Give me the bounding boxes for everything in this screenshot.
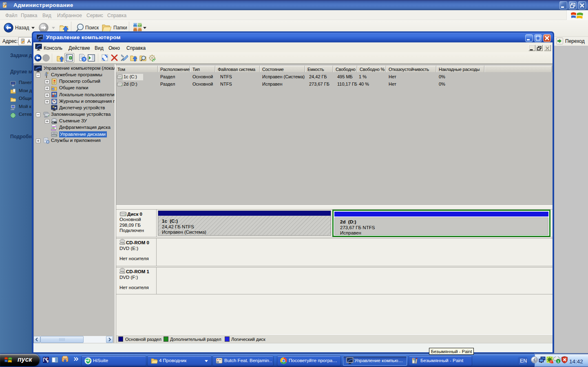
svg-text:!: ! (550, 360, 551, 363)
svg-text:1: 1 (557, 360, 559, 363)
svg-text:321: 321 (217, 361, 219, 363)
svg-text:?: ? (83, 57, 85, 62)
svg-text:22: 22 (52, 88, 55, 90)
